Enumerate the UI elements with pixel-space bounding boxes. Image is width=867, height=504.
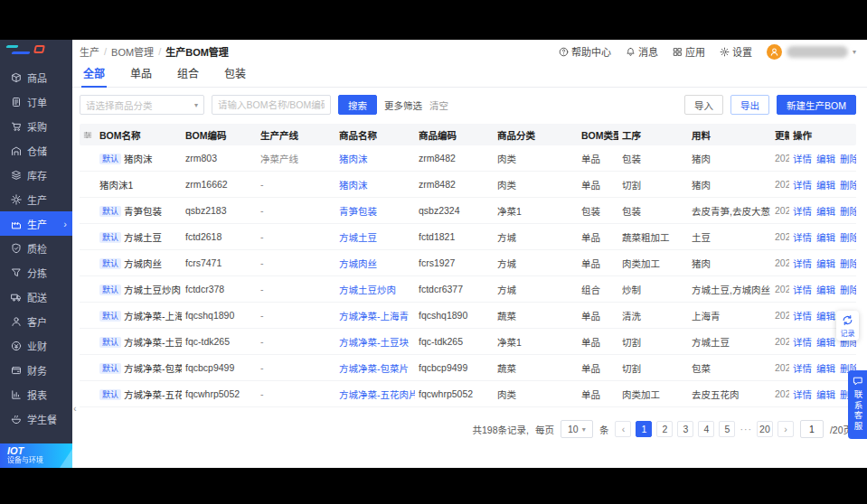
row-action-详情[interactable]: 详情 bbox=[793, 387, 812, 401]
cell-bom-name: 默认方城净菜-五花肉片 bbox=[96, 387, 182, 401]
row-action-编辑[interactable]: 编辑 bbox=[816, 257, 835, 270]
sidebar-item-库存[interactable]: 库存 bbox=[0, 163, 72, 187]
topbar-action-label: 消息 bbox=[638, 44, 658, 59]
tab-组合[interactable]: 组合 bbox=[175, 61, 201, 87]
sidebar-item-配送[interactable]: 配送 bbox=[0, 285, 72, 309]
breadcrumb-item[interactable]: BOM管理 bbox=[111, 44, 154, 59]
row-action-详情[interactable]: 详情 bbox=[793, 257, 812, 270]
tab-包装[interactable]: 包装 bbox=[222, 61, 248, 87]
product-link[interactable]: 猪肉沫 bbox=[339, 154, 368, 164]
more-filters-link[interactable]: 更多筛选 bbox=[384, 98, 422, 112]
row-action-编辑[interactable]: 编辑 bbox=[816, 283, 835, 296]
tab-全部[interactable]: 全部 bbox=[81, 61, 107, 87]
import-button[interactable]: 导入 bbox=[684, 95, 723, 115]
sidebar-item-商品[interactable]: 商品 bbox=[0, 65, 72, 89]
sidebar-item-订单[interactable]: 订单 bbox=[0, 89, 72, 114]
row-action-详情[interactable]: 详情 bbox=[793, 204, 812, 218]
product-link[interactable]: 方城净菜-上海青 bbox=[339, 311, 409, 322]
pager-ellipsis[interactable]: ··· bbox=[740, 424, 752, 434]
row-action-详情[interactable]: 详情 bbox=[793, 283, 812, 296]
product-link[interactable]: 方城净菜-包菜片 bbox=[339, 363, 409, 374]
export-button[interactable]: 导出 bbox=[730, 95, 769, 115]
product-link[interactable]: 方城肉丝 bbox=[339, 258, 377, 269]
table-scroll-left-arrow[interactable]: ‹ bbox=[73, 403, 77, 414]
row-action-详情[interactable]: 详情 bbox=[793, 230, 812, 244]
row-action-删除[interactable]: 删除 bbox=[840, 152, 856, 165]
tab-单品[interactable]: 单品 bbox=[128, 61, 154, 87]
next-page-button[interactable]: › bbox=[777, 421, 794, 437]
sidebar-item-生产[interactable]: 生产› bbox=[0, 211, 72, 236]
page-button-4[interactable]: 4 bbox=[698, 421, 714, 437]
product-link[interactable]: 方城土豆 bbox=[339, 232, 377, 243]
row-action-详情[interactable]: 详情 bbox=[793, 309, 812, 322]
cell-line: 净菜产线 bbox=[257, 152, 335, 165]
page-button-20[interactable]: 20 bbox=[757, 421, 773, 437]
sidebar-item-采购[interactable]: 采购 bbox=[0, 114, 72, 138]
category-select[interactable]: 请选择商品分类 ▾ bbox=[80, 95, 204, 115]
cell-category: 蔬菜 bbox=[494, 309, 578, 322]
customer-icon bbox=[11, 316, 22, 327]
app-logo bbox=[0, 40, 72, 61]
row-action-编辑[interactable]: 编辑 bbox=[816, 361, 835, 375]
page-button-3[interactable]: 3 bbox=[677, 421, 693, 437]
bom-keyword-input[interactable] bbox=[212, 95, 331, 115]
sidebar-item-财务[interactable]: 财务 bbox=[0, 358, 72, 382]
row-action-删除[interactable]: 删除 bbox=[840, 230, 856, 244]
customer-service-widget[interactable]: 联系客服 bbox=[848, 370, 867, 439]
cell-actions: 详情编辑删除 bbox=[789, 283, 856, 296]
topbar-action-apps[interactable]: 应用 bbox=[673, 44, 705, 59]
page-button-5[interactable]: 5 bbox=[719, 421, 735, 437]
product-link[interactable]: 猪肉沫 bbox=[339, 180, 368, 191]
column-settings-icon[interactable] bbox=[80, 130, 96, 140]
page-size-select[interactable]: 10 ▾ bbox=[561, 420, 593, 438]
row-action-详情[interactable]: 详情 bbox=[793, 178, 812, 191]
clear-filters-link[interactable]: 清空 bbox=[429, 98, 448, 112]
sidebar-item-质检[interactable]: 质检 bbox=[0, 236, 72, 260]
row-action-删除[interactable]: 删除 bbox=[840, 204, 856, 218]
cell-material: 猪肉 bbox=[688, 152, 771, 165]
page-jump-input[interactable]: 1 bbox=[800, 420, 824, 438]
topbar-action-bell[interactable]: 消息 bbox=[626, 44, 658, 59]
cell-category: 蔬菜 bbox=[494, 361, 578, 375]
create-bom-button[interactable]: 新建生产BOM bbox=[777, 95, 856, 115]
sidebar-item-客户[interactable]: 客户 bbox=[0, 309, 72, 333]
prev-page-button[interactable]: ‹ bbox=[615, 421, 631, 437]
row-action-编辑[interactable]: 编辑 bbox=[816, 204, 835, 218]
record-widget[interactable]: 记录 bbox=[836, 311, 859, 341]
user-menu[interactable]: ▾ bbox=[767, 44, 856, 60]
row-action-编辑[interactable]: 编辑 bbox=[816, 335, 835, 349]
row-action-详情[interactable]: 详情 bbox=[793, 335, 812, 349]
row-action-编辑[interactable]: 编辑 bbox=[816, 178, 835, 191]
row-action-详情[interactable]: 详情 bbox=[793, 152, 812, 165]
row-action-详情[interactable]: 详情 bbox=[793, 361, 812, 375]
product-link[interactable]: 方城净菜-土豆块 bbox=[339, 337, 409, 348]
default-badge: 默认 bbox=[99, 363, 121, 374]
breadcrumb-item[interactable]: 生产 bbox=[80, 44, 99, 59]
sidebar-item-label: 生产 bbox=[27, 217, 47, 231]
product-link[interactable]: 方城净菜-五花肉片 bbox=[339, 389, 415, 400]
row-action-编辑[interactable]: 编辑 bbox=[816, 387, 835, 401]
row-action-删除[interactable]: 删除 bbox=[840, 178, 856, 191]
sidebar-item-分拣[interactable]: 分拣 bbox=[0, 260, 72, 285]
iot-panel[interactable]: IOT 设备与环境 bbox=[0, 443, 72, 468]
row-action-删除[interactable]: 删除 bbox=[840, 257, 856, 270]
row-action-编辑[interactable]: 编辑 bbox=[816, 152, 835, 165]
sidebar-item-报表[interactable]: 报表 bbox=[0, 382, 72, 406]
sidebar-item-生产[interactable]: 生产 bbox=[0, 187, 72, 211]
product-link[interactable]: 青笋包装 bbox=[339, 206, 377, 217]
page-button-2[interactable]: 2 bbox=[656, 421, 673, 437]
cell-process: 肉类加工 bbox=[618, 257, 688, 270]
row-action-编辑[interactable]: 编辑 bbox=[816, 309, 835, 322]
finance-icon bbox=[11, 365, 22, 376]
row-action-删除[interactable]: 删除 bbox=[840, 283, 856, 296]
topbar-action-gear[interactable]: 设置 bbox=[720, 44, 752, 59]
search-button[interactable]: 搜索 bbox=[338, 95, 377, 115]
page-button-1[interactable]: 1 bbox=[636, 421, 652, 437]
product-link[interactable]: 方城土豆炒肉 bbox=[339, 285, 396, 295]
topbar-action-help[interactable]: 帮助中心 bbox=[559, 44, 611, 59]
sidebar-item-仓储[interactable]: 仓储 bbox=[0, 138, 72, 163]
sidebar-item-学生餐[interactable]: 学生餐 bbox=[0, 406, 72, 431]
row-action-编辑[interactable]: 编辑 bbox=[816, 230, 835, 244]
sidebar-item-业财[interactable]: 业财 bbox=[0, 333, 72, 358]
default-badge: 默认 bbox=[99, 389, 121, 400]
